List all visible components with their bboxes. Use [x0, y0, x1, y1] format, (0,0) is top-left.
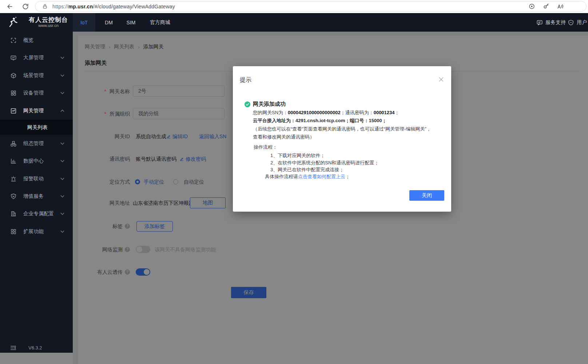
brand-title[interactable]: 有人云控制台: [21, 16, 76, 24]
refresh-icon[interactable]: [22, 3, 29, 10]
user-menu[interactable]: 用户: [568, 13, 587, 32]
semicolon: ；: [395, 110, 400, 115]
browser-toolbar: https://mp.usr.cn/#/cloud/gateway/ViewAd…: [0, 0, 588, 13]
sidebar-item-label: 设备管理: [23, 90, 44, 96]
device-grid-icon: [10, 90, 17, 96]
sidebar-item-alarm-linkage[interactable]: 报警联动: [0, 170, 73, 188]
sidebar-item-label: 企业专属配置: [23, 211, 54, 217]
chevron-down-icon: [60, 56, 64, 59]
tip-dialog: 提示 网关添加成功 您的网关SN为：00004291000000000002；通…: [233, 66, 451, 212]
chat-bubble-icon: [536, 19, 543, 26]
sn-line: 您的网关SN为：00004291000000000002；通讯密码为：00001…: [253, 109, 400, 116]
tab-iot[interactable]: IoT: [73, 13, 95, 32]
location-permission-icon[interactable]: [528, 3, 535, 10]
read-aloud-icon[interactable]: [557, 3, 564, 10]
sidebar-item-enterprise-config[interactable]: 企业专属配置: [0, 205, 73, 223]
sidebar-collapse-icon[interactable]: [10, 345, 16, 351]
shield-diamond-icon: [10, 193, 17, 200]
chevron-down-icon: [60, 195, 64, 198]
sidebar-item-label: 概览: [23, 37, 33, 44]
building-icon: [10, 211, 17, 217]
tab-dm[interactable]: DM: [100, 13, 117, 32]
sidebar-item-label: 数据中心: [23, 158, 44, 164]
server-line: 云平台接入地址为：4291.cnsh.iot-tcp.com；端口号：15000…: [253, 117, 387, 124]
url-path: /#/cloud/gateway/ViewAddGateway: [93, 4, 175, 9]
sidebar-item-label: 组态管理: [23, 140, 44, 147]
sidebar-item-label: 网关管理: [23, 108, 44, 114]
pwd-value: 00001234: [374, 110, 395, 115]
url-text[interactable]: https://mp.usr.cn/#/cloud/gateway/ViewAd…: [52, 4, 175, 9]
sidebar-item-label: 大屏管理: [23, 55, 44, 61]
alarm-siren-icon: [10, 176, 17, 182]
brand-subtitle: www.usr.cn: [21, 23, 76, 28]
user-label: 用户: [577, 19, 587, 26]
close-button[interactable]: 关闭: [409, 190, 444, 201]
url-scheme: https://: [52, 4, 68, 9]
sidebar-item-scada-mgmt[interactable]: 组态管理: [0, 135, 73, 152]
more-prefix: 具体操作流程请: [265, 174, 298, 179]
success-check-icon: [245, 101, 250, 107]
tab-official-mall[interactable]: 官方商城: [145, 13, 175, 32]
tab-sim[interactable]: SIM: [122, 13, 140, 32]
sidebar-item-label: 场景管理: [23, 72, 44, 79]
sidebar-item-screen-mgmt[interactable]: 大屏管理: [0, 49, 73, 67]
chevron-down-icon: [60, 74, 64, 77]
lock-icon: [42, 4, 48, 9]
sidebar-item-overview[interactable]: 概览: [0, 32, 73, 49]
sidebar-item-label: 增值服务: [23, 193, 44, 200]
sidebar-item-value-added[interactable]: 增值服务: [0, 188, 73, 205]
steps-title: 操作流程：: [254, 144, 277, 151]
sidebar-subitem-label: 网关列表: [27, 124, 48, 131]
note-text: （后续您也可以在“查看”页面查看网关的通讯密码，也可以通过“网关管理-编辑网关”…: [253, 125, 432, 141]
chevron-down-icon: [60, 142, 64, 145]
step-2: 2、在软件中把系统分配的SN和通讯密码进行配置；: [270, 160, 379, 166]
step-3: 3、网关已在软件中配置完成连接；: [270, 167, 344, 173]
support-menu[interactable]: 服务支持: [536, 13, 566, 32]
brand-logo-icon[interactable]: [7, 16, 19, 28]
sidebar-item-label: 扩展功能: [23, 228, 44, 235]
top-navbar: 有人云控制台 www.usr.cn IoT DM SIM 官方商城 服务支持 用…: [0, 13, 588, 32]
screen-icon: [10, 55, 17, 61]
sidebar-item-label: 报警联动: [23, 176, 44, 182]
sidebar-item-scene-mgmt[interactable]: 场景管理: [0, 67, 73, 84]
more-suffix: ；: [345, 174, 350, 179]
pwd-prefix: ；通讯密码为：: [341, 110, 374, 115]
support-label: 服务支持: [545, 19, 566, 26]
dialog-close-icon[interactable]: [437, 75, 445, 84]
shield-icon: [568, 19, 574, 26]
sidebar-item-data-center[interactable]: 数据中心: [0, 152, 73, 170]
version-label: V6.3.2: [28, 345, 42, 351]
sidebar-item-gateway-list[interactable]: 网关列表: [0, 120, 73, 135]
chevron-down-icon: [60, 92, 64, 95]
gateway-chart-icon: [10, 108, 17, 114]
four-squares-icon: [10, 228, 17, 235]
sidebar-item-gateway-mgmt[interactable]: 网关管理: [0, 102, 73, 120]
sidebar: 概览 大屏管理 场景管理 设备管理 网关管理 网关列表 组: [0, 32, 73, 353]
step-1: 1、下载对应网关的软件；: [270, 152, 325, 159]
bar-chart-icon: [10, 158, 17, 164]
how-to-configure-link[interactable]: 点击查看如何配置上云: [298, 174, 345, 179]
dialog-title: 提示: [240, 76, 251, 84]
chevron-up-icon: [60, 109, 64, 112]
sidebar-item-device-mgmt[interactable]: 设备管理: [0, 84, 73, 102]
overview-icon: [10, 37, 17, 44]
chevron-down-icon: [60, 230, 64, 233]
chevron-down-icon: [60, 160, 64, 163]
url-domain: mp.usr.cn: [68, 4, 93, 9]
password-key-icon[interactable]: [543, 3, 550, 10]
sn-prefix: 您的网关SN为：: [253, 110, 288, 115]
sn-value: 00004291000000000002: [288, 110, 341, 115]
chevron-down-icon: [60, 212, 64, 215]
back-icon[interactable]: [6, 3, 13, 10]
cube-icon: [10, 72, 17, 79]
success-title: 网关添加成功: [253, 101, 286, 108]
scada-blocks-icon: [10, 140, 17, 147]
chevron-down-icon: [60, 177, 64, 180]
sidebar-item-extensions[interactable]: 扩展功能: [0, 223, 73, 240]
more-line: 具体操作流程请点击查看如何配置上云；: [265, 173, 350, 180]
